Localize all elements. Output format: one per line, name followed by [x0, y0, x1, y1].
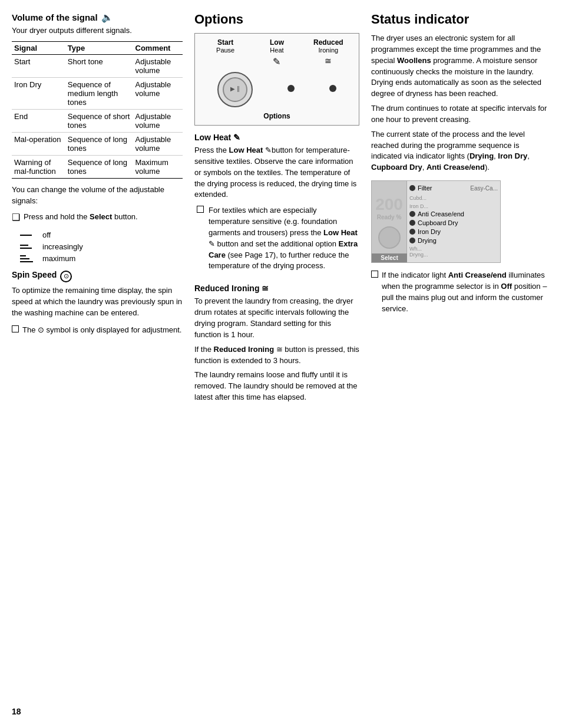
- status-text3: The current state of the process and the…: [371, 129, 550, 173]
- right-column: Status indicator The dryer uses an elect…: [371, 12, 550, 407]
- spin-note-box: The ⊙ symbol is only displayed for adjus…: [12, 325, 183, 340]
- anti-crease-bullet: [409, 211, 415, 217]
- drying-label: Drying: [418, 237, 437, 244]
- drying-row: Drying: [409, 237, 498, 244]
- iron-dry-row: Iron Dry: [409, 228, 498, 235]
- low-heat-text: Press the Low Heat ✎button for temperatu…: [194, 145, 359, 200]
- spin-speed-section: Spin Speed ⊙ To optimize the remaining t…: [12, 270, 183, 339]
- filter-row: Filter Easy-Ca...: [409, 185, 498, 192]
- press-select-text: Press and hold the Select button.: [24, 212, 138, 223]
- status-title: Status indicator: [371, 12, 550, 27]
- iron-dry-label: Iron Dry: [418, 228, 441, 235]
- indicator-panel: Filter Easy-Ca... Cubd... Iron D... Anti…: [407, 181, 500, 262]
- low-heat-note: For textiles which are especially temper…: [209, 205, 359, 272]
- vol-maximum-label: maximum: [42, 254, 75, 263]
- note-checkbox: [12, 325, 19, 332]
- page-number: 18: [12, 707, 21, 716]
- table-row: Iron Dry Sequence of medium length tones…: [12, 77, 183, 109]
- start-pause-btn[interactable]: ▶ ‖: [217, 72, 253, 107]
- volume-levels: off increasingly maximum: [20, 230, 183, 263]
- volume-intro: Your dryer outputs different signals.: [12, 25, 183, 37]
- reduced-ironing-title-text: Reduced Ironing: [194, 284, 259, 293]
- left-column: Volume of the signal 🔈 Your dryer output…: [12, 12, 194, 407]
- cupboard-dry-label: Cupboard Dry: [418, 219, 458, 226]
- spin-icon: ⊙: [60, 271, 72, 282]
- spin-note: The ⊙ symbol is only displayed for adjus…: [22, 325, 181, 336]
- anti-crease-row: Anti Crease/end: [409, 210, 498, 218]
- options-diagram: Start Pause Low Heat Reduced Ironing ✎ ≅: [194, 33, 359, 126]
- filter-label: Filter: [418, 185, 432, 192]
- col-comment: Comment: [133, 41, 183, 54]
- low-heat-heading: Low Heat ✎: [194, 133, 359, 142]
- low-heat-title-text: Low Heat: [194, 133, 231, 142]
- signal-table: Signal Type Comment Start Short tone Adj…: [12, 41, 183, 179]
- options-title: Options: [194, 12, 359, 27]
- anti-crease-note: If the indicator light Anti Crease/end i…: [382, 270, 550, 314]
- anti-crease-note-box: If the indicator light Anti Crease/end i…: [371, 270, 550, 318]
- drying-bullet: [409, 238, 415, 243]
- options-icon-row: ✎ ≅: [200, 56, 354, 67]
- middle-column: Options Start Pause Low Heat Reduced Iro…: [194, 12, 371, 407]
- status-display-image: 200 Ready % Select Filter Easy-Ca... Cub…: [371, 180, 501, 263]
- vol-maximum: maximum: [20, 254, 183, 263]
- table-row: End Sequence of short tones Adjustable v…: [12, 109, 183, 132]
- col3-label: Reduced Ironing: [308, 38, 349, 54]
- volume-change-text: You can change the volume of the adjusta…: [12, 185, 183, 207]
- low-heat-indicator: [287, 85, 295, 94]
- dash-off-icon: [20, 235, 37, 236]
- options-buttons: ▶ ‖: [200, 72, 354, 107]
- reduced-ironing-indicator: [329, 85, 336, 94]
- anti-crease-checkbox: [371, 271, 378, 278]
- status-text1: The dryer uses an electronic system for …: [371, 33, 550, 100]
- reduced-ironing-text3: The laundry remains loose and fluffy unt…: [194, 370, 359, 403]
- col-type: Type: [65, 41, 133, 54]
- display-panel: 200 Ready % Select: [372, 181, 407, 262]
- spin-speed-text: To optimize the remaining time display, …: [12, 285, 183, 319]
- table-row: Warning of mal-function Sequence of long…: [12, 155, 183, 178]
- cupboard-dry-bullet: [409, 220, 415, 226]
- col2-label: Low Heat: [256, 38, 297, 54]
- select-label: Select: [372, 253, 407, 262]
- vol-off-label: off: [42, 230, 51, 239]
- spin-speed-title: Spin Speed: [12, 270, 57, 279]
- volume-icon: 🔈: [101, 12, 113, 23]
- table-row: Start Short tone Adjustable volume: [12, 54, 183, 77]
- low-heat-checkbox: [197, 206, 204, 213]
- volume-title: Volume of the signal: [12, 12, 98, 22]
- options-header: Start Pause Low Heat Reduced Ironing: [200, 38, 354, 54]
- vol-increasingly: increasingly: [20, 242, 183, 251]
- dash-maximum-icon: [20, 255, 37, 262]
- options-footer: Options: [200, 112, 354, 120]
- dash-increasingly-icon: [20, 245, 37, 249]
- iron-dry-bullet: [409, 229, 415, 235]
- reduced-ironing-icon: ≅: [262, 284, 269, 293]
- reduced-ironing-text2: If the Reduced Ironing ≅ button is press…: [194, 344, 359, 367]
- display-number: 200: [375, 195, 403, 214]
- col1-label: Start Pause: [205, 38, 246, 54]
- table-row: Mal-operation Sequence of long tones Adj…: [12, 132, 183, 155]
- filter-bullet: [409, 185, 415, 191]
- press-hold-instruction: ❑ Press and hold the Select button.: [12, 212, 183, 226]
- reduced-ironing-heading: Reduced Ironing ≅: [194, 284, 359, 293]
- cupboard-dry-row: Cupboard Dry: [409, 219, 498, 226]
- anti-crease-label: Anti Crease/end: [418, 210, 464, 218]
- low-heat-icon: ✎: [233, 133, 240, 142]
- low-heat-note-box: For textiles which are especially temper…: [194, 205, 359, 275]
- vol-increasingly-label: increasingly: [42, 242, 83, 251]
- status-text2: The drum continues to rotate at specific…: [371, 103, 550, 126]
- col-signal: Signal: [12, 41, 65, 54]
- vol-off: off: [20, 230, 183, 239]
- reduced-ironing-text1: To prevent the laundry from creasing, th…: [194, 296, 359, 340]
